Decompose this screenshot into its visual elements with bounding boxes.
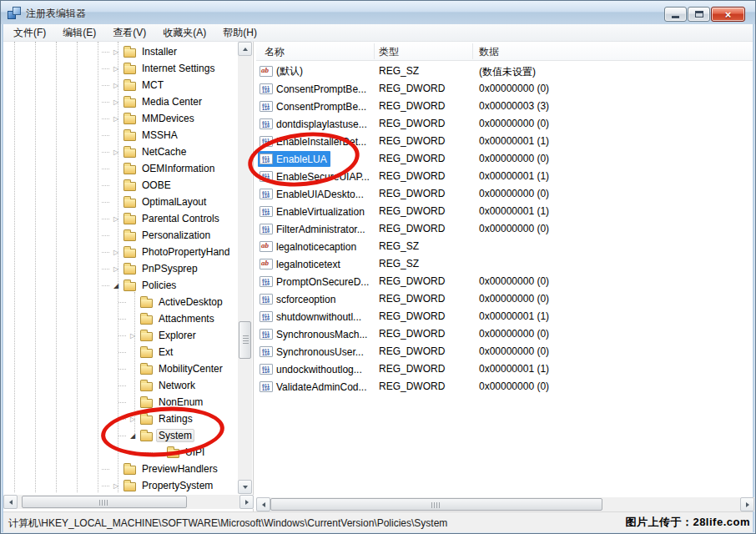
value-row-SynchronousUser[interactable]: SynchronousUser...REG_DWORD0x00000000 (0… xyxy=(256,343,753,360)
tree-horizontal-scrollbar[interactable] xyxy=(3,495,254,509)
tree-item-OOBE[interactable]: OOBE xyxy=(3,177,238,194)
value-name-cell[interactable]: EnableSecureUIAP... xyxy=(258,169,373,184)
value-row-legalnoticetext[interactable]: legalnoticetextREG_SZ xyxy=(256,255,753,273)
column-header-data[interactable]: 数据 xyxy=(479,45,499,59)
value-row-dontdisplaylastuse[interactable]: dontdisplaylastuse...REG_DWORD0x00000000… xyxy=(256,115,753,133)
tree-item-Attachments[interactable]: Attachments xyxy=(3,310,238,327)
value-name-cell[interactable]: PromptOnSecureD... xyxy=(258,274,372,290)
value-row-ConsentPromptBe[interactable]: ConsentPromptBe...REG_DWORD0x00000000 (0… xyxy=(256,80,753,98)
tree-item-Media-Center[interactable]: Media Center xyxy=(3,93,238,110)
tree-item-Ratings[interactable]: Ratings xyxy=(3,411,238,427)
value-name-cell[interactable]: legalnoticecaption xyxy=(258,239,360,254)
column-header-type[interactable]: 类型 xyxy=(379,45,399,59)
menu-edit[interactable]: 编辑(E) xyxy=(54,23,104,43)
list-hscroll-thumb[interactable] xyxy=(270,498,602,511)
scroll-up-button[interactable] xyxy=(238,42,252,56)
expander-collapsed-icon[interactable] xyxy=(110,213,122,224)
value-name-cell[interactable]: ConsentPromptBe... xyxy=(258,81,370,97)
column-separator[interactable] xyxy=(374,43,375,59)
expander-collapsed-icon[interactable] xyxy=(127,413,139,425)
value-name-cell[interactable]: shutdownwithoutl... xyxy=(258,309,365,325)
tree-item-NonEnum[interactable]: NonEnum xyxy=(3,394,238,411)
scroll-right-button[interactable] xyxy=(740,497,754,511)
expander-collapsed-icon[interactable] xyxy=(110,263,122,275)
tree-vscroll-thumb[interactable] xyxy=(239,321,251,359)
value-row-scforceoption[interactable]: scforceoptionREG_DWORD0x00000000 (0) xyxy=(256,290,753,308)
expander-collapsed-icon[interactable] xyxy=(110,480,122,491)
value-name-cell[interactable]: EnableVirtualization xyxy=(258,204,368,219)
scroll-left-button[interactable] xyxy=(3,495,18,509)
tree-item-OEMInformation[interactable]: OEMInformation xyxy=(3,160,238,177)
scroll-down-button[interactable] xyxy=(238,480,252,494)
value-row-shutdownwithoutl[interactable]: shutdownwithoutl...REG_DWORD0x00000001 (… xyxy=(256,308,753,325)
expander-collapsed-icon[interactable] xyxy=(110,63,122,74)
tree-item-Network[interactable]: Network xyxy=(3,377,238,394)
expander-collapsed-icon[interactable] xyxy=(127,330,139,341)
tree-item-Policies[interactable]: Policies xyxy=(3,277,238,294)
value-row-PromptOnSecureD[interactable]: PromptOnSecureD...REG_DWORD0x00000000 (0… xyxy=(256,273,753,290)
value-row-EnableLUA[interactable]: EnableLUAREG_DWORD0x00000000 (0) xyxy=(256,150,753,168)
value-name-cell[interactable]: SynchronousUser... xyxy=(258,344,367,360)
column-header-name[interactable]: 名称 xyxy=(265,45,285,59)
tree-item-Internet-Settings[interactable]: Internet Settings xyxy=(3,60,238,77)
tree-item-OptimalLayout[interactable]: OptimalLayout xyxy=(3,194,238,210)
expander-collapsed-icon[interactable] xyxy=(110,246,122,258)
column-separator[interactable] xyxy=(472,43,473,59)
scroll-right-button[interactable] xyxy=(239,495,254,509)
menu-favorites[interactable]: 收藏夹(A) xyxy=(154,23,214,43)
tree-item-PropertySystem[interactable]: PropertySystem xyxy=(3,477,238,494)
value-row-EnableSecureUIAP[interactable]: EnableSecureUIAP...REG_DWORD0x00000001 (… xyxy=(256,168,753,185)
value-row-legalnoticecaption[interactable]: legalnoticecaptionREG_SZ xyxy=(256,238,753,255)
tree-item-PhotoPropertyHand[interactable]: PhotoPropertyHand xyxy=(3,244,238,260)
tree-item-PreviewHandlers[interactable]: PreviewHandlers xyxy=(3,461,238,477)
expander-expanded-icon[interactable] xyxy=(110,280,122,291)
value-name-cell[interactable]: FilterAdministrator... xyxy=(258,221,369,237)
menu-help[interactable]: 帮助(H) xyxy=(214,23,265,43)
expander-collapsed-icon[interactable] xyxy=(110,79,122,91)
tree-item-UIPI[interactable]: UIPI xyxy=(3,444,238,461)
value-row-ValidateAdminCod[interactable]: ValidateAdminCod...REG_DWORD0x00000000 (… xyxy=(256,378,753,395)
expander-expanded-icon[interactable] xyxy=(127,430,139,441)
menu-view[interactable]: 查看(V) xyxy=(104,23,154,43)
value-name-cell[interactable]: undockwithoutlog... xyxy=(258,361,365,377)
tree-item-MobilityCenter[interactable]: MobilityCenter xyxy=(3,360,238,377)
value-row-EnableInstallerDet[interactable]: EnableInstallerDet...REG_DWORD0x00000001… xyxy=(256,133,753,150)
tree-item-MSSHA[interactable]: MSSHA xyxy=(3,127,238,144)
value-name-cell[interactable]: (默认) xyxy=(258,63,306,79)
tree-item-System[interactable]: System xyxy=(3,427,238,444)
tree-vertical-scrollbar[interactable] xyxy=(238,42,252,494)
value-row-FilterAdministrator[interactable]: FilterAdministrator...REG_DWORD0x0000000… xyxy=(256,220,753,238)
tree-item-ActiveDesktop[interactable]: ActiveDesktop xyxy=(3,294,238,310)
value-name-cell[interactable]: scforceoption xyxy=(258,291,339,307)
value-row-()[interactable]: (默认)REG_SZ(数值未设置) xyxy=(256,63,753,80)
value-name-cell[interactable]: legalnoticetext xyxy=(258,256,344,272)
tree-item-Ext[interactable]: Ext xyxy=(3,344,238,360)
value-name-cell[interactable]: dontdisplaylastuse... xyxy=(258,116,370,132)
value-row-EnableUIADeskto[interactable]: EnableUIADeskto...REG_DWORD0x00000000 (0… xyxy=(256,185,753,203)
title-bar[interactable]: 注册表编辑器 × xyxy=(1,1,755,24)
expander-collapsed-icon[interactable] xyxy=(110,46,122,58)
list-horizontal-scrollbar[interactable] xyxy=(256,497,754,511)
tree-hscroll-thumb[interactable] xyxy=(22,496,187,508)
minimize-button[interactable] xyxy=(664,7,687,22)
tree-item-NetCache[interactable]: NetCache xyxy=(3,144,238,160)
value-name-cell[interactable]: EnableUIADeskto... xyxy=(258,186,367,202)
value-row-undockwithoutlog[interactable]: undockwithoutlog...REG_DWORD0x00000001 (… xyxy=(256,360,753,378)
menu-file[interactable]: 文件(F) xyxy=(5,23,54,43)
value-name-cell[interactable]: ValidateAdminCod... xyxy=(258,379,370,395)
tree-item-MCT[interactable]: MCT xyxy=(3,77,238,93)
value-row-EnableVirtualization[interactable]: EnableVirtualizationREG_DWORD0x00000001 … xyxy=(256,203,753,220)
value-row-ConsentPromptBe[interactable]: ConsentPromptBe...REG_DWORD0x00000003 (3… xyxy=(256,98,753,115)
tree-item-Parental-Controls[interactable]: Parental Controls xyxy=(3,210,238,227)
value-name-cell[interactable]: SynchronousMach... xyxy=(258,326,370,342)
tree-item-Installer[interactable]: Installer xyxy=(3,43,238,60)
scroll-left-button[interactable] xyxy=(256,497,270,511)
tree-item-PnPSysprep[interactable]: PnPSysprep xyxy=(3,260,238,277)
tree-item-Personalization[interactable]: Personalization xyxy=(3,227,238,244)
value-name-cell[interactable]: EnableLUA xyxy=(258,151,330,167)
tree-item-Explorer[interactable]: Explorer xyxy=(3,327,238,344)
maximize-button[interactable] xyxy=(688,7,710,22)
value-name-cell[interactable]: ConsentPromptBe... xyxy=(258,98,370,114)
tree-item-MMDevices[interactable]: MMDevices xyxy=(3,110,238,127)
value-row-SynchronousMach[interactable]: SynchronousMach...REG_DWORD0x00000000 (0… xyxy=(256,325,753,343)
